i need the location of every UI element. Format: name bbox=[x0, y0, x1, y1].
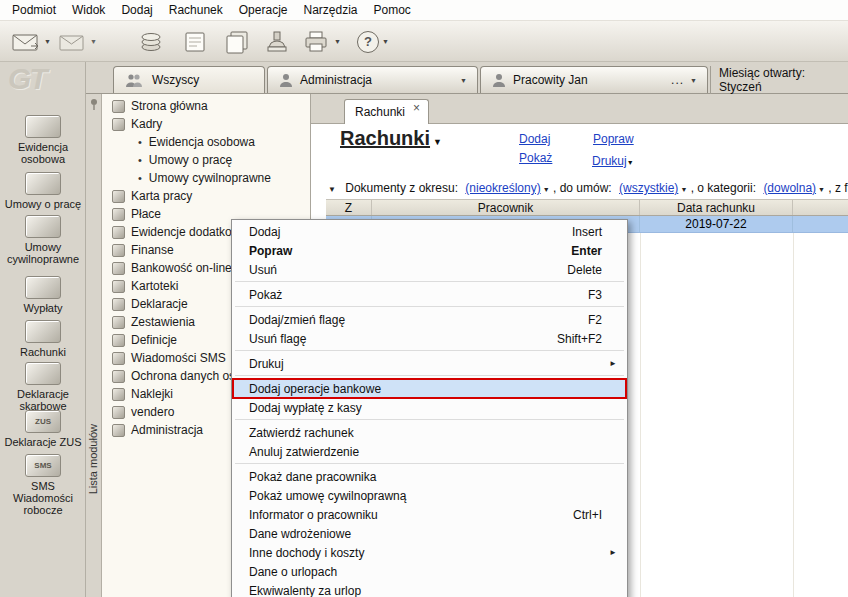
chevron-down-icon: ▼ bbox=[334, 38, 341, 45]
menu-item-dodaj-operacje-bankowe[interactable]: Dodaj operacje bankowe bbox=[233, 379, 626, 398]
menu-item-usun-flage[interactable]: Usuń flagęShift+F2 bbox=[233, 329, 626, 348]
column-header-pracownik[interactable]: Pracownik bbox=[372, 200, 640, 215]
send-button[interactable]: ▼ bbox=[8, 26, 54, 57]
filter-okres-value[interactable]: (nieokreślony) bbox=[465, 181, 540, 195]
sms-icon: SMS bbox=[25, 454, 61, 477]
sidebar-item-wyplaty[interactable]: Wypłaty bbox=[0, 276, 86, 314]
menu-item-informator-o-pracowniku[interactable]: Informator o pracownikuCtrl+I bbox=[233, 505, 626, 524]
close-icon[interactable]: × bbox=[413, 101, 420, 115]
link-popraw[interactable]: Popraw bbox=[593, 132, 634, 146]
filter-caret-icon[interactable]: ▼ bbox=[328, 185, 336, 194]
chevron-down-icon[interactable]: ▼ bbox=[680, 186, 687, 193]
menu-item-pokaz-umowe-cywilnoprawna[interactable]: Pokaż umowę cywilnoprawną bbox=[233, 486, 626, 505]
grid-line bbox=[640, 233, 641, 597]
menu-item-popraw[interactable]: PoprawEnter bbox=[233, 241, 626, 260]
menubar: Podmiot Widok Dodaj Rachunek Operacje Na… bbox=[0, 0, 848, 21]
menu-item-dodaj-zmien-flage[interactable]: Dodaj/zmień flagęF2 bbox=[233, 310, 626, 329]
menu-item-zatwierdz-rachunek[interactable]: Zatwierdź rachunek bbox=[233, 423, 626, 442]
page-title[interactable]: Rachunki▼ bbox=[340, 127, 442, 150]
pin-icon[interactable] bbox=[89, 98, 99, 111]
menu-item-drukuj[interactable]: Drukuj► bbox=[233, 354, 626, 373]
menu-widok[interactable]: Widok bbox=[64, 1, 113, 19]
column-header-data-rachunku[interactable]: Data rachunku bbox=[640, 200, 793, 215]
context-menu: DodajInsert PoprawEnter UsuńDelete Pokaż… bbox=[231, 219, 628, 597]
gt-logo: GT bbox=[8, 62, 46, 96]
contracts-icon bbox=[25, 215, 61, 238]
tree-item-ewidencja-osobowa[interactable]: •Ewidencja osobowa bbox=[102, 133, 310, 151]
menu-item-ekwiwalenty-za-urlop[interactable]: Ekwiwalenty za urlop bbox=[233, 581, 626, 597]
contract-icon bbox=[25, 172, 61, 195]
filter-kategoria-value[interactable]: (dowolna) bbox=[763, 181, 816, 195]
chevron-down-icon[interactable]: ▼ bbox=[818, 186, 825, 193]
link-pokaz[interactable]: Pokaż bbox=[519, 151, 552, 165]
month-status: Miesiąc otwarty: Styczeń bbox=[710, 66, 848, 94]
filter-umowy-value[interactable]: (wszystkie) bbox=[619, 181, 678, 195]
tree-item-kadry[interactable]: Kadry bbox=[102, 115, 310, 133]
menu-item-dodaj[interactable]: DodajInsert bbox=[233, 222, 626, 241]
bullet-icon: • bbox=[138, 137, 142, 148]
hr-icon bbox=[112, 118, 125, 131]
column-header-z[interactable]: Z bbox=[326, 200, 372, 215]
chevron-down-icon[interactable]: ▼ bbox=[460, 77, 467, 84]
menu-item-dane-o-urlopach[interactable]: Dane o urlopach bbox=[233, 562, 626, 581]
column-header-empty bbox=[793, 200, 848, 215]
stamp-button[interactable] bbox=[260, 26, 294, 57]
person-icon bbox=[491, 73, 507, 88]
menu-item-dodaj-wyplate-z-kasy[interactable]: Dodaj wypłatę z kasy bbox=[233, 398, 626, 417]
document-tabstrip: Rachunki × bbox=[311, 94, 848, 124]
doc-tab-rachunki[interactable]: Rachunki × bbox=[344, 99, 429, 124]
menu-item-pokaz-dane-pracownika[interactable]: Pokaż dane pracownika bbox=[233, 467, 626, 486]
menu-item-anuluj-zatwierdzenie[interactable]: Anuluj zatwierdzenie bbox=[233, 442, 626, 461]
tree-item-umowy-o-prace[interactable]: •Umowy o pracę bbox=[102, 151, 310, 169]
sidebar-item-rachunki[interactable]: Rachunki bbox=[0, 320, 86, 358]
sidebar-item-deklaracje-zus[interactable]: ZUS Deklaracje ZUS bbox=[0, 410, 86, 448]
mail-button[interactable]: ▼ bbox=[54, 26, 100, 57]
menu-narzedzia[interactable]: Narzędzia bbox=[295, 1, 365, 19]
table-header: Z Pracownik Data rachunku bbox=[326, 199, 848, 216]
worksheet-icon bbox=[112, 190, 125, 203]
stamp-icon bbox=[263, 29, 291, 55]
records-icon bbox=[112, 226, 125, 239]
tree-item-strona-glowna[interactable]: Strona główna bbox=[102, 97, 310, 115]
menu-item-pokaz[interactable]: PokażF3 bbox=[233, 285, 626, 304]
print-button[interactable]: ▼ bbox=[298, 26, 344, 57]
toolbar: ▼ ▼ bbox=[0, 21, 848, 62]
menu-item-inne-dochody-i-koszty[interactable]: Inne dochody i koszty► bbox=[233, 543, 626, 562]
menu-separator bbox=[235, 419, 624, 420]
sidebar-item-deklaracje-skarbowe[interactable]: Deklaracje skarbowe bbox=[0, 362, 86, 412]
sidebar-item-umowy-cywilnoprawne[interactable]: Umowy cywilnoprawne bbox=[0, 215, 86, 265]
menu-item-usun[interactable]: UsuńDelete bbox=[233, 260, 626, 279]
link-drukuj[interactable]: Drukuj▼ bbox=[592, 151, 634, 169]
menu-rachunek[interactable]: Rachunek bbox=[161, 1, 231, 19]
mail-icon bbox=[57, 30, 87, 54]
tax-declaration-icon bbox=[25, 362, 61, 385]
help-button[interactable]: ? ▼ bbox=[354, 26, 392, 57]
menu-podmiot[interactable]: Podmiot bbox=[4, 1, 64, 19]
coins-icon bbox=[137, 29, 165, 55]
banking-icon bbox=[112, 262, 125, 275]
menu-separator bbox=[235, 375, 624, 376]
menu-dodaj[interactable]: Dodaj bbox=[113, 1, 160, 19]
menu-item-dane-wdrozeniowe[interactable]: Dane wdrożeniowe bbox=[233, 524, 626, 543]
menu-pomoc[interactable]: Pomoc bbox=[366, 1, 419, 19]
tree-item-umowy-cywilnoprawne[interactable]: •Umowy cywilnoprawne bbox=[102, 169, 310, 187]
modules-strip[interactable]: Lista modułów bbox=[86, 94, 102, 597]
coins-button[interactable] bbox=[134, 26, 168, 57]
filter-label-flaga: , z flagą bbox=[828, 181, 848, 195]
documents-button[interactable] bbox=[220, 26, 254, 57]
more-button[interactable]: ... bbox=[671, 73, 684, 87]
link-dodaj[interactable]: Dodaj bbox=[519, 132, 550, 146]
reports-icon bbox=[112, 316, 125, 329]
tree-item-karta-pracy[interactable]: Karta pracy bbox=[102, 187, 310, 205]
note-button[interactable] bbox=[178, 26, 212, 57]
tab-pracowity-jan[interactable]: Pracowity Jan ... ▼ bbox=[480, 66, 708, 93]
tab-administracja[interactable]: Administracja ▼ bbox=[267, 66, 478, 93]
tab-wszyscy[interactable]: Wszyscy bbox=[113, 66, 265, 93]
sidebar-item-umowy-o-prace[interactable]: Umowy o pracę bbox=[0, 172, 86, 210]
sidebar-item-sms-wiadomosci-robocze[interactable]: SMS SMS Wiadomości robocze bbox=[0, 454, 86, 516]
sidebar-item-ewidencja-osobowa[interactable]: Ewidencja osobowa bbox=[0, 115, 86, 165]
payout-icon bbox=[25, 276, 61, 299]
menu-operacje[interactable]: Operacje bbox=[231, 1, 296, 19]
chevron-down-icon[interactable]: ▼ bbox=[543, 186, 550, 193]
chevron-down-icon[interactable]: ▼ bbox=[690, 77, 697, 84]
